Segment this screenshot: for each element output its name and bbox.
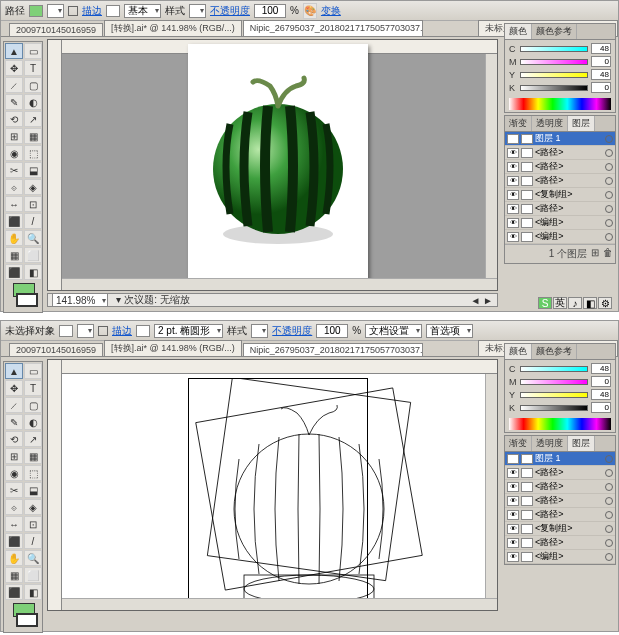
fill-dropdown[interactable] (77, 324, 94, 338)
tool-button[interactable]: ↔ (5, 516, 23, 532)
stroke-label[interactable]: 描边 (112, 324, 132, 338)
zoom-dropdown[interactable]: 141.98% (52, 293, 108, 307)
target-icon[interactable] (605, 163, 613, 171)
scrollbar-vertical[interactable] (485, 54, 497, 278)
color-spectrum[interactable] (509, 418, 611, 430)
cyan-value[interactable]: 48 (591, 43, 611, 54)
opacity-label[interactable]: 不透明度 (272, 324, 312, 338)
tool-button[interactable]: ✂ (5, 482, 23, 498)
slider-y[interactable] (520, 392, 588, 398)
tool-button[interactable]: ▦ (5, 567, 23, 583)
opacity-input[interactable]: 100 (316, 324, 348, 338)
canvas[interactable] (47, 359, 498, 611)
target-icon[interactable] (605, 483, 613, 491)
tool-button[interactable]: ◐ (24, 94, 42, 110)
tool-button[interactable]: ⟋ (5, 77, 23, 93)
yellow-value[interactable]: 48 (591, 69, 611, 80)
visibility-toggle[interactable]: 👁 (507, 204, 519, 214)
tool-button[interactable]: ⟐ (5, 179, 23, 195)
slider-y[interactable] (520, 72, 588, 78)
opacity-label[interactable]: 不透明度 (210, 4, 250, 18)
tool-button[interactable]: T (24, 60, 42, 76)
tool-button[interactable]: ⬛ (5, 213, 23, 229)
layer-row[interactable]: 👁<编组> (505, 550, 615, 564)
layer-row[interactable]: 👁<路径> (505, 466, 615, 480)
tool-button[interactable]: ⬛ (5, 533, 23, 549)
target-icon[interactable] (605, 539, 613, 547)
slider-k[interactable] (520, 85, 588, 91)
visibility-toggle[interactable]: 👁 (507, 218, 519, 228)
target-icon[interactable] (605, 205, 613, 213)
layer-row[interactable]: 👁<路径> (505, 202, 615, 216)
tool-button[interactable]: / (24, 533, 42, 549)
target-icon[interactable] (605, 469, 613, 477)
visibility-toggle[interactable]: 👁 (507, 232, 519, 242)
visibility-toggle[interactable]: 👁 (507, 468, 519, 478)
tool-button[interactable]: ✋ (5, 550, 23, 566)
visibility-toggle[interactable]: 👁 (507, 176, 519, 186)
target-icon[interactable] (605, 149, 613, 157)
tool-button[interactable]: T (24, 380, 42, 396)
panel-tab[interactable]: 图层 (568, 436, 595, 451)
tool-button[interactable]: ◈ (24, 499, 42, 515)
target-icon[interactable] (605, 525, 613, 533)
tool-button[interactable]: ▭ (24, 363, 42, 379)
tool-button[interactable]: ⊡ (24, 196, 42, 212)
prefs-button[interactable]: 首选项 (426, 324, 473, 338)
target-icon[interactable] (605, 233, 613, 241)
scrollbar-horizontal[interactable] (62, 278, 497, 290)
stroke-swatch[interactable] (106, 5, 120, 17)
trash-icon[interactable]: 🗑 (603, 247, 613, 261)
tool-button[interactable]: ⟐ (5, 499, 23, 515)
tool-button[interactable]: 🔍 (24, 550, 42, 566)
tool-button[interactable]: ◈ (24, 179, 42, 195)
ruler-vertical[interactable] (48, 360, 62, 610)
style-dropdown[interactable] (251, 324, 268, 338)
visibility-toggle[interactable]: 👁 (507, 148, 519, 158)
panel-tab[interactable]: 渐变 (505, 116, 532, 131)
layer-row[interactable]: 👁<路径> (505, 174, 615, 188)
tool-button[interactable]: ⬜ (24, 247, 42, 263)
ime-button[interactable]: ◧ (583, 297, 597, 309)
ime-lang-button[interactable]: 英 (553, 297, 567, 309)
tool-button[interactable]: ⬚ (24, 145, 42, 161)
document-tab[interactable]: [转换].ai* @ 141.98% (RGB/...) (104, 20, 242, 36)
new-layer-icon[interactable]: ⊞ (591, 247, 599, 261)
ime-icon[interactable]: S (538, 297, 552, 309)
layer-row[interactable]: 👁<复制组> (505, 188, 615, 202)
tool-button[interactable]: ⊞ (5, 448, 23, 464)
visibility-toggle[interactable]: 👁 (507, 538, 519, 548)
panel-tab[interactable]: 颜色参考 (532, 344, 577, 359)
tool-button[interactable]: / (24, 213, 42, 229)
fill-swatch[interactable] (59, 325, 73, 337)
slider-c[interactable] (520, 366, 588, 372)
tool-button[interactable]: ⬚ (24, 465, 42, 481)
scrollbar-vertical[interactable] (485, 374, 497, 598)
ime-button[interactable]: ⚙ (598, 297, 612, 309)
stroke-color-swatch[interactable] (16, 293, 38, 307)
stroke-check[interactable] (98, 326, 108, 336)
docsetup-button[interactable]: 文档设置 (365, 324, 422, 338)
layer-row[interactable]: 👁<编组> (505, 230, 615, 244)
recolor-button[interactable]: 🎨 (303, 3, 317, 19)
target-icon[interactable] (605, 219, 613, 227)
target-icon[interactable] (605, 135, 613, 143)
visibility-toggle[interactable]: 👁 (507, 454, 519, 464)
ime-button[interactable]: ♪ (568, 297, 582, 309)
tool-button[interactable]: ▲ (5, 363, 23, 379)
tool-button[interactable]: ↗ (24, 431, 42, 447)
layer-row[interactable]: 👁<路径> (505, 480, 615, 494)
tool-button[interactable]: ▦ (5, 247, 23, 263)
stroke-weight-dropdown[interactable]: 基本 (124, 4, 161, 18)
color-spectrum[interactable] (509, 98, 611, 110)
fill-swatch[interactable] (29, 5, 43, 17)
tool-button[interactable]: ⬓ (24, 162, 42, 178)
stroke-check[interactable] (68, 6, 78, 16)
stroke-color-swatch[interactable] (16, 613, 38, 627)
tool-button[interactable]: ⟋ (5, 397, 23, 413)
stroke-weight-dropdown[interactable]: 2 pt. 椭圆形 (154, 324, 223, 338)
opacity-input[interactable]: 100 (254, 4, 286, 18)
tool-button[interactable]: ▭ (24, 43, 42, 59)
target-icon[interactable] (605, 191, 613, 199)
document-tab[interactable]: Nipic_26795037_20180217175057703037.ai* … (243, 20, 423, 36)
